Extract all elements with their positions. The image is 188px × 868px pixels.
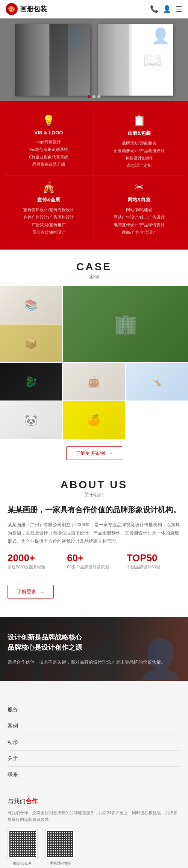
qr-wechat: 微信公众号 — [8, 829, 38, 866]
menu-icon[interactable]: ☰ — [176, 5, 182, 14]
case-item-3[interactable]: 📦 — [0, 324, 62, 362]
case-item-8[interactable]: 🍊 — [63, 401, 125, 439]
case-title-cn: 案例 — [0, 274, 188, 280]
qr-mobile-label: 手机端+增阵 — [45, 861, 75, 866]
stat-experience-desc: 超过2000次服务经验 — [8, 564, 61, 570]
qr-mobile-box — [45, 829, 75, 859]
stat-top50: TOP50 中国品牌设计50强 — [127, 553, 180, 570]
qr-area: 微信公众号 手机端+增阵 — [8, 829, 180, 866]
hero-book-left: 👤 — [15, 24, 90, 96]
case-visual-1: 📚 — [0, 286, 62, 324]
hero-book-right: 📖 👤 — [98, 24, 173, 96]
about-stats: 2000+ 超过2000次服务经验 60+ 60多个品牌设计及策划 TOP50 … — [8, 553, 180, 570]
case-1-icon: 📚 — [24, 299, 38, 311]
services-section: 💡 VIS & LOGO logo商标设计Vis规范形象识别系统CIs企业形象代… — [0, 101, 188, 250]
hero-dot-1[interactable] — [88, 95, 91, 98]
user-icon[interactable]: 👤 — [163, 5, 171, 13]
hero-dot-2[interactable] — [92, 95, 96, 98]
logo-text: 画册包装 — [20, 5, 47, 14]
case-3-icon: 📦 — [24, 337, 38, 350]
case-item-7[interactable]: 🐼 — [0, 401, 62, 439]
stat-experience-num: 2000+ — [8, 553, 61, 563]
stat-brands: 60+ 60多个品牌设计及策划 — [67, 553, 121, 570]
service-vis-logo: 💡 VIS & LOGO logo商标设计Vis规范形象识别系统CIs企业形象代… — [4, 109, 94, 175]
service-website: ✂ 网站&终篇 网站/网站建设网站广告设计/线上广告设计电商宣传设计/产品详情设… — [94, 175, 184, 242]
footer-nav-contact[interactable]: 联系 — [8, 767, 180, 783]
service-exhibition: 🎪 宣传&会展 宣传资料设计/宣传海报设计户外广告设计/广告画料设计广告策划/宣… — [4, 175, 94, 242]
phone-icon[interactable]: 📞 — [150, 5, 158, 13]
header-icons: 📞 👤 ☰ — [150, 5, 182, 14]
case-2-icon: 🏢 — [114, 313, 137, 335]
hero-dot-3[interactable] — [97, 95, 100, 98]
case-visual-7: 🐼 — [0, 401, 62, 439]
case-5-icon: 👜 — [87, 376, 100, 388]
about-title-en: ABOUT US — [8, 479, 180, 491]
about-main-title: 某某画册，一家具有合作价值的品牌形象设计机构。 — [8, 504, 180, 515]
logo-icon: 🎨 — [6, 3, 18, 15]
qr-mobile-code — [47, 831, 73, 857]
footer-nav-list: 服务 案例 动形 关于 联系 — [8, 702, 180, 783]
footer-partner: 与我们合作 与我们合作，您将会得到更成熟的品牌建造服务，我们24客户至上，同时也… — [0, 790, 188, 868]
stat-experience: 2000+ 超过2000次服务经验 — [8, 553, 61, 570]
case-visual-3: 📦 — [0, 324, 62, 362]
about-section: ABOUT US 关于我们 某某画册，一家具有合作价值的品牌形象设计机构。 某某… — [0, 468, 188, 617]
stat-top50-desc: 中国品牌设计50强 — [127, 564, 180, 570]
case-7-icon: 🐼 — [24, 414, 38, 426]
more-cases-button[interactable]: 了解更多案例 → — [66, 446, 122, 460]
service-exhibition-title: 宣传&会展 — [8, 196, 90, 203]
about-more-label: 了解更多 — [17, 588, 36, 595]
footer-nav-services[interactable]: 服务 — [8, 702, 180, 718]
footer-nav-about[interactable]: 关于 — [8, 751, 180, 767]
case-grid: 📚 🏢 📦 🐉 👜 🤸 — [0, 286, 188, 439]
website-icon: ✂ — [98, 181, 180, 193]
exhibition-icon: 🎪 — [8, 181, 90, 193]
service-brochure-title: 画册&包装 — [98, 130, 180, 137]
case-item-6[interactable]: 🤸 — [126, 363, 188, 400]
more-cases-label: 了解更多案例 — [76, 450, 105, 457]
header: 🎨 画册包装 📞 👤 ☰ — [0, 0, 188, 18]
about-more-wrap: 了解更多 → — [8, 577, 180, 606]
brand-subtitle: 选择合作伙伴，技术不是关键，而对品牌的设计理念才是主导品牌的价值含量。 — [8, 658, 180, 666]
more-cases-wrap: 了解更多案例 → — [0, 439, 188, 468]
case-item-2[interactable]: 🏢 — [63, 286, 188, 362]
service-vis-logo-title: VIS & LOGO — [8, 130, 90, 136]
qr-wechat-box — [8, 829, 38, 859]
brand-section: 👤 设计创新是品牌战略核心品牌核心是设计创作之源 选择合作伙伴，技术不是关键，而… — [0, 617, 188, 681]
brand-title: 设计创新是品牌战略核心品牌核心是设计创作之源 — [8, 632, 180, 653]
service-website-subs: 网站/网站建设网站广告设计/线上广告设计电商宣传设计/产品详情设计微商/广告宣传… — [98, 206, 180, 236]
partner-desc: 与我们合作，您将会得到更成熟的品牌建造服务，我们24客户至上，同时也积极挑战，力… — [8, 809, 180, 823]
brand-content: 设计创新是品牌战略核心品牌核心是设计创作之源 选择合作伙伴，技术不是关键，而对品… — [8, 632, 180, 666]
footer-nav-cases[interactable]: 案例 — [8, 718, 180, 734]
stat-top50-num: TOP50 — [127, 553, 180, 563]
partner-title-accent: 合作 — [26, 798, 38, 804]
case-item-4[interactable]: 🐉 — [0, 363, 62, 400]
footer-nav: 服务 案例 动形 关于 联系 — [0, 693, 188, 790]
stat-brands-num: 60+ — [67, 553, 121, 563]
hero-banner: 👤 📖 👤 — [0, 18, 188, 101]
spacer — [0, 681, 188, 693]
case-visual-6: 🤸 — [126, 363, 188, 400]
about-more-button[interactable]: 了解更多 → — [8, 585, 54, 598]
service-vis-logo-subs: logo商标设计Vis规范形象识别系统CIs企业形象代言系统品牌形象改造升级 — [8, 139, 90, 168]
book-cover-left: 👤 — [49, 24, 90, 96]
case-section: CASE 案例 📚 🏢 📦 🐉 👜 — [0, 250, 188, 468]
case-item-5[interactable]: 👜 — [63, 363, 125, 400]
case-visual-2: 🏢 — [63, 286, 188, 362]
about-body-text: 某某画册（广州）有限公司创立于2009年，是一家专业品牌视觉设计传播机构，以策略… — [8, 521, 180, 545]
partner-title: 与我们合作 — [8, 798, 180, 806]
qr-mobile: 手机端+增阵 — [45, 829, 75, 866]
case-item-1[interactable]: 📚 — [0, 286, 62, 324]
stat-brands-desc: 60多个品牌设计及策划 — [67, 564, 121, 570]
case-visual-8: 🍊 — [63, 401, 125, 439]
about-arrow-icon: → — [39, 589, 44, 595]
service-exhibition-subs: 宣传资料设计/宣传海报设计户外广告设计/广告画料设计广告策划/宣传推广展会宣传物… — [8, 206, 90, 236]
arrow-icon: → — [108, 451, 113, 456]
hero-dots — [88, 95, 100, 98]
service-website-title: 网站&终篇 — [98, 196, 180, 203]
qr-wechat-code — [9, 831, 36, 857]
service-brochure: 📋 画册&包装 品牌策划/形象整合企业画册设计/产品画册设计包装设计&制作杂志设… — [94, 109, 184, 175]
case-8-icon: 🍊 — [87, 414, 100, 426]
vis-logo-icon: 💡 — [8, 114, 90, 127]
footer-nav-animation[interactable]: 动形 — [8, 734, 180, 751]
case-visual-4: 🐉 — [0, 363, 62, 400]
